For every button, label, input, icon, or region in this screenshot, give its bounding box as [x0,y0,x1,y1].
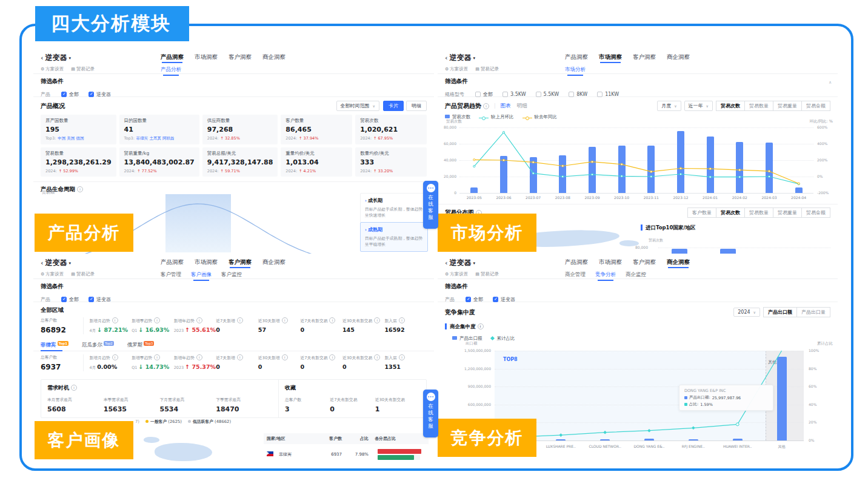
scheme-settings-link[interactable]: ⚙方案设置 [445,66,468,72]
metric-trade-count[interactable]: 贸易次数 [716,208,745,218]
metric-trade-quantity[interactable]: 贸易数量 [744,208,773,218]
trend-bar[interactable] [618,146,626,193]
country-tab-ecuador[interactable]: 厄瓜多尔Top2 [82,341,114,351]
frequency-select[interactable]: 月度∨ [657,101,681,111]
detail-view-button[interactable]: 明细 [406,101,427,111]
subtab-customer-portrait[interactable]: 客户画像 [191,271,212,278]
checkbox-all[interactable]: 全部 [466,296,483,303]
trend-bar[interactable] [530,157,537,193]
checkbox-inverter[interactable]: 逆变器 [88,296,111,303]
card-view-button[interactable]: 卡片 [383,101,404,111]
subtab-market-analysis[interactable]: 市场分析 [565,66,586,73]
scheme-settings-link[interactable]: ⚙方案设置 [41,66,64,72]
tab-product-insight[interactable]: 产品洞察 [565,53,588,61]
top3-links[interactable]: 中国 美国 德国 [58,136,84,141]
concentration-bar[interactable] [600,439,610,440]
info-icon[interactable] [196,354,202,360]
trend-bar[interactable] [736,142,743,193]
info-icon[interactable] [399,317,405,323]
metric-trade-weight[interactable]: 贸易重量 [773,208,802,218]
info-icon[interactable] [374,317,380,323]
checkbox-inverter[interactable]: 逆变器 [88,91,111,98]
info-icon[interactable] [329,354,335,360]
trade-records-link[interactable]: ▤贸易记录 [475,271,499,277]
table-row[interactable]: 菲律宾 6937 7.98% [264,444,429,463]
trade-records-link[interactable]: ▤贸易记录 [475,66,499,72]
caret-down-icon[interactable]: ▾ [69,56,72,61]
info-icon[interactable] [483,103,489,109]
scheme-title[interactable]: 逆变器 [450,258,472,268]
info-icon[interactable] [237,317,243,323]
checkbox-spec-11kw[interactable]: 11KW [597,92,619,97]
tab-market-insight[interactable]: 市场洞察 [599,53,622,61]
tab-product-insight[interactable]: 产品洞察 [161,258,184,266]
info-icon[interactable] [374,354,380,360]
country-tab-russia[interactable]: 俄罗斯Top3 [127,341,154,351]
metric-trade-count[interactable]: 贸易次数 [716,101,745,111]
trade-records-link[interactable]: ▤贸易记录 [71,66,95,72]
info-icon[interactable] [154,317,160,323]
concentration-bar[interactable] [777,357,787,440]
info-icon[interactable] [282,317,288,323]
concentration-bar[interactable] [644,439,654,440]
world-map[interactable] [155,443,212,461]
tab-customer-insight[interactable]: 客户洞察 [229,258,252,266]
top3-links[interactable]: 菲律宾 土耳其 阿联酋 [136,136,175,141]
tab-market-insight[interactable]: 市场洞察 [599,258,622,266]
checkbox-all[interactable]: 全部 [61,91,79,98]
trend-bar[interactable] [677,131,684,193]
back-icon[interactable]: ‹ [445,259,448,267]
caret-down-icon[interactable]: ▾ [69,261,72,266]
trend-bar[interactable] [707,137,714,193]
info-icon[interactable] [154,354,160,360]
tab-business-insight[interactable]: 商企洞察 [667,258,690,266]
subtab-business-monitor[interactable]: 商企监控 [626,271,646,278]
checkbox-all[interactable]: 全部 [61,296,79,303]
scheme-title[interactable]: 逆变器 [45,53,67,63]
metric-export-value[interactable]: 产品出口额 [763,307,797,317]
trend-bar[interactable] [559,155,566,193]
year-select[interactable]: 2024∨ [733,308,760,317]
metric-export-volume[interactable]: 产品出口量 [796,307,830,317]
tab-market-insight[interactable]: 市场洞察 [195,53,218,61]
view-detail-tab[interactable]: 明细 [517,103,527,110]
info-icon[interactable] [478,323,484,329]
metric-trade-amount[interactable]: 贸易金额 [801,208,830,218]
info-icon[interactable] [77,186,83,192]
online-service-button[interactable]: ••• 在线客服 [423,390,438,437]
filter-collapse-icon[interactable]: ∧ [829,80,832,85]
info-icon[interactable] [196,317,202,323]
country-tab-philippines[interactable]: 菲律宾Top1 [41,341,68,351]
scheme-title[interactable]: 逆变器 [45,258,67,268]
concentration-bar[interactable] [689,439,698,440]
tab-customer-insight[interactable]: 客户洞察 [633,258,656,266]
info-icon[interactable] [329,317,335,323]
stage-card-growth[interactable]: ›成长期 目标产品处于成长期，整体趋势呈快速增长 [360,193,428,223]
checkbox-spec-5-5kw[interactable]: 5.5KW [536,92,559,97]
checkbox-spec-8kw[interactable]: 8KW [569,92,587,97]
tab-business-insight[interactable]: 商企洞察 [262,53,285,61]
online-service-button[interactable]: ••• 在线客服 [423,181,438,229]
view-chart-tab[interactable]: 图表 [501,103,511,110]
scheme-settings-link[interactable]: ⚙方案设置 [41,271,64,277]
tab-customer-insight[interactable]: 客户洞察 [633,53,656,61]
top10-bar[interactable] [720,249,736,254]
trade-records-link[interactable]: ▤贸易记录 [71,271,95,277]
top10-bar[interactable] [672,249,687,254]
trend-bar[interactable] [647,146,655,193]
trend-bar[interactable] [766,143,773,193]
tab-business-insight[interactable]: 商企洞察 [262,258,285,266]
back-icon[interactable]: ‹ [445,54,448,62]
trend-bar[interactable] [589,147,596,193]
metric-customer-count[interactable]: 客户数量 [687,208,716,218]
tab-business-insight[interactable]: 商企洞察 [667,53,690,61]
caret-down-icon[interactable]: ▾ [473,261,476,266]
metric-trade-weight[interactable]: 贸易重量 [773,101,802,111]
scheme-settings-link[interactable]: ⚙方案设置 [445,271,468,277]
info-icon[interactable] [112,317,118,323]
subtab-product-analysis[interactable]: 产品分析 [161,66,181,73]
tab-product-insight[interactable]: 产品洞察 [161,53,184,61]
scheme-title[interactable]: 逆变器 [450,53,472,63]
subtab-customer-management[interactable]: 客户管理 [161,271,181,278]
checkbox-spec-3-5kw[interactable]: 3.5KW [502,92,526,97]
